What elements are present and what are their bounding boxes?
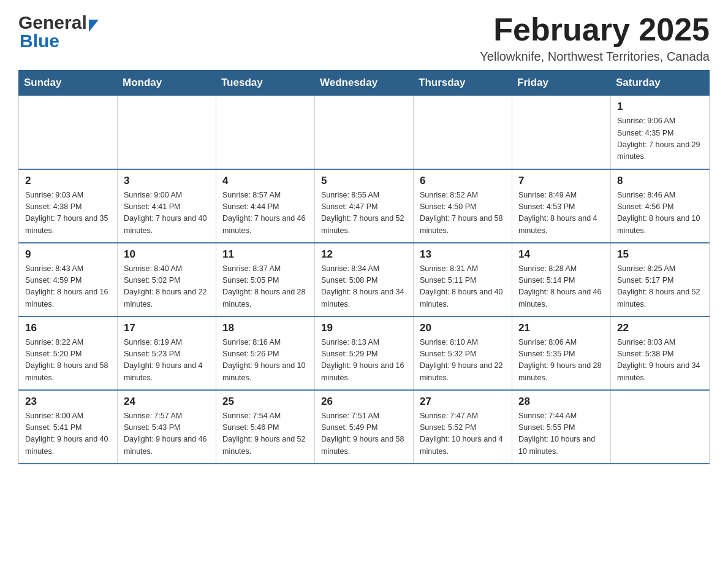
logo-blue-text: Blue (20, 31, 59, 52)
day-info: Sunrise: 8:28 AM Sunset: 5:14 PM Dayligh… (518, 263, 604, 311)
calendar-cell: 4Sunrise: 8:57 AM Sunset: 4:44 PM Daylig… (216, 169, 315, 243)
day-number: 28 (518, 396, 604, 408)
calendar-week-row: 1Sunrise: 9:06 AM Sunset: 4:35 PM Daylig… (19, 96, 710, 169)
calendar-cell: 20Sunrise: 8:10 AM Sunset: 5:32 PM Dayli… (414, 316, 512, 390)
calendar-cell: 2Sunrise: 9:03 AM Sunset: 4:38 PM Daylig… (19, 169, 118, 243)
day-info: Sunrise: 7:51 AM Sunset: 5:49 PM Dayligh… (321, 410, 407, 458)
calendar-cell: 3Sunrise: 9:00 AM Sunset: 4:41 PM Daylig… (118, 169, 216, 243)
day-info: Sunrise: 7:47 AM Sunset: 5:52 PM Dayligh… (420, 410, 506, 458)
calendar-header-tuesday: Tuesday (216, 71, 315, 96)
day-info: Sunrise: 8:10 AM Sunset: 5:32 PM Dayligh… (420, 337, 506, 385)
day-number: 10 (124, 248, 210, 261)
calendar-header-saturday: Saturday (611, 71, 710, 96)
day-number: 26 (321, 396, 407, 408)
day-number: 20 (420, 322, 506, 334)
day-info: Sunrise: 9:03 AM Sunset: 4:38 PM Dayligh… (25, 190, 111, 237)
day-number: 18 (222, 322, 308, 334)
day-number: 4 (222, 175, 308, 187)
day-number: 23 (25, 396, 111, 408)
calendar-cell: 28Sunrise: 7:44 AM Sunset: 5:55 PM Dayli… (512, 390, 611, 464)
calendar-cell: 17Sunrise: 8:19 AM Sunset: 5:23 PM Dayli… (118, 316, 216, 390)
day-number: 14 (518, 248, 604, 261)
day-number: 27 (420, 396, 506, 408)
logo-general-text: General (18, 12, 87, 33)
day-info: Sunrise: 8:31 AM Sunset: 5:11 PM Dayligh… (420, 263, 506, 311)
title-section: February 2025 Yellowknife, Northwest Ter… (480, 12, 710, 64)
calendar-cell: 9Sunrise: 8:43 AM Sunset: 4:59 PM Daylig… (19, 243, 118, 316)
calendar-header-wednesday: Wednesday (315, 71, 414, 96)
calendar-cell (315, 96, 414, 169)
calendar-cell (118, 96, 216, 169)
calendar-cell: 11Sunrise: 8:37 AM Sunset: 5:05 PM Dayli… (216, 243, 315, 316)
calendar-cell: 25Sunrise: 7:54 AM Sunset: 5:46 PM Dayli… (216, 390, 315, 464)
day-info: Sunrise: 7:57 AM Sunset: 5:43 PM Dayligh… (124, 410, 210, 458)
day-number: 13 (420, 248, 506, 261)
day-info: Sunrise: 7:54 AM Sunset: 5:46 PM Dayligh… (222, 410, 308, 458)
calendar-cell: 22Sunrise: 8:03 AM Sunset: 5:38 PM Dayli… (611, 316, 710, 390)
calendar-week-row: 9Sunrise: 8:43 AM Sunset: 4:59 PM Daylig… (19, 243, 710, 316)
calendar-cell (414, 96, 512, 169)
day-number: 17 (124, 322, 210, 334)
day-info: Sunrise: 8:55 AM Sunset: 4:47 PM Dayligh… (321, 190, 407, 237)
calendar-cell: 6Sunrise: 8:52 AM Sunset: 4:50 PM Daylig… (414, 169, 512, 243)
calendar-week-row: 2Sunrise: 9:03 AM Sunset: 4:38 PM Daylig… (19, 169, 710, 243)
day-info: Sunrise: 8:19 AM Sunset: 5:23 PM Dayligh… (124, 337, 210, 385)
calendar-cell: 1Sunrise: 9:06 AM Sunset: 4:35 PM Daylig… (611, 96, 710, 169)
page-header: General Blue February 2025 Yellowknife, … (18, 12, 710, 64)
calendar-header-friday: Friday (512, 71, 611, 96)
day-info: Sunrise: 8:49 AM Sunset: 4:53 PM Dayligh… (518, 190, 604, 237)
day-number: 5 (321, 175, 407, 187)
day-info: Sunrise: 8:00 AM Sunset: 5:41 PM Dayligh… (25, 410, 111, 458)
calendar-cell (19, 96, 118, 169)
day-number: 24 (124, 396, 210, 408)
day-info: Sunrise: 8:06 AM Sunset: 5:35 PM Dayligh… (518, 337, 604, 385)
day-number: 3 (124, 175, 210, 187)
calendar-week-row: 23Sunrise: 8:00 AM Sunset: 5:41 PM Dayli… (19, 390, 710, 464)
day-number: 25 (222, 396, 308, 408)
location-title: Yellowknife, Northwest Territories, Cana… (480, 50, 710, 64)
calendar-cell: 19Sunrise: 8:13 AM Sunset: 5:29 PM Dayli… (315, 316, 414, 390)
calendar-cell (611, 390, 710, 464)
day-info: Sunrise: 7:44 AM Sunset: 5:55 PM Dayligh… (518, 410, 604, 458)
day-info: Sunrise: 9:06 AM Sunset: 4:35 PM Dayligh… (617, 115, 703, 163)
calendar-header-monday: Monday (118, 71, 216, 96)
day-info: Sunrise: 8:52 AM Sunset: 4:50 PM Dayligh… (420, 190, 506, 237)
day-number: 11 (222, 248, 308, 261)
day-number: 21 (518, 322, 604, 334)
logo-triangle-icon (89, 20, 99, 32)
day-info: Sunrise: 8:57 AM Sunset: 4:44 PM Dayligh… (222, 190, 308, 237)
day-number: 8 (617, 175, 703, 187)
day-number: 2 (25, 175, 111, 187)
day-info: Sunrise: 9:00 AM Sunset: 4:41 PM Dayligh… (124, 190, 210, 237)
day-info: Sunrise: 8:46 AM Sunset: 4:56 PM Dayligh… (617, 190, 703, 237)
day-info: Sunrise: 8:37 AM Sunset: 5:05 PM Dayligh… (222, 263, 308, 311)
day-info: Sunrise: 8:03 AM Sunset: 5:38 PM Dayligh… (617, 337, 703, 385)
calendar-cell: 27Sunrise: 7:47 AM Sunset: 5:52 PM Dayli… (414, 390, 512, 464)
day-info: Sunrise: 8:34 AM Sunset: 5:08 PM Dayligh… (321, 263, 407, 311)
day-number: 16 (25, 322, 111, 334)
calendar-cell: 14Sunrise: 8:28 AM Sunset: 5:14 PM Dayli… (512, 243, 611, 316)
calendar-header-row: SundayMondayTuesdayWednesdayThursdayFrid… (19, 71, 710, 96)
calendar-cell: 16Sunrise: 8:22 AM Sunset: 5:20 PM Dayli… (19, 316, 118, 390)
day-info: Sunrise: 8:40 AM Sunset: 5:02 PM Dayligh… (124, 263, 210, 311)
calendar-cell: 21Sunrise: 8:06 AM Sunset: 5:35 PM Dayli… (512, 316, 611, 390)
calendar-cell: 18Sunrise: 8:16 AM Sunset: 5:26 PM Dayli… (216, 316, 315, 390)
calendar-cell: 5Sunrise: 8:55 AM Sunset: 4:47 PM Daylig… (315, 169, 414, 243)
calendar-cell: 13Sunrise: 8:31 AM Sunset: 5:11 PM Dayli… (414, 243, 512, 316)
calendar-cell: 15Sunrise: 8:25 AM Sunset: 5:17 PM Dayli… (611, 243, 710, 316)
calendar-cell (216, 96, 315, 169)
day-info: Sunrise: 8:22 AM Sunset: 5:20 PM Dayligh… (25, 337, 111, 385)
calendar-cell: 26Sunrise: 7:51 AM Sunset: 5:49 PM Dayli… (315, 390, 414, 464)
day-number: 22 (617, 322, 703, 334)
day-number: 19 (321, 322, 407, 334)
calendar-week-row: 16Sunrise: 8:22 AM Sunset: 5:20 PM Dayli… (19, 316, 710, 390)
day-info: Sunrise: 8:25 AM Sunset: 5:17 PM Dayligh… (617, 263, 703, 311)
calendar-cell: 7Sunrise: 8:49 AM Sunset: 4:53 PM Daylig… (512, 169, 611, 243)
day-number: 15 (617, 248, 703, 261)
calendar-cell: 12Sunrise: 8:34 AM Sunset: 5:08 PM Dayli… (315, 243, 414, 316)
day-number: 9 (25, 248, 111, 261)
month-title: February 2025 (480, 12, 710, 47)
day-number: 7 (518, 175, 604, 187)
calendar-header-thursday: Thursday (414, 71, 512, 96)
calendar-table: SundayMondayTuesdayWednesdayThursdayFrid… (18, 70, 710, 464)
